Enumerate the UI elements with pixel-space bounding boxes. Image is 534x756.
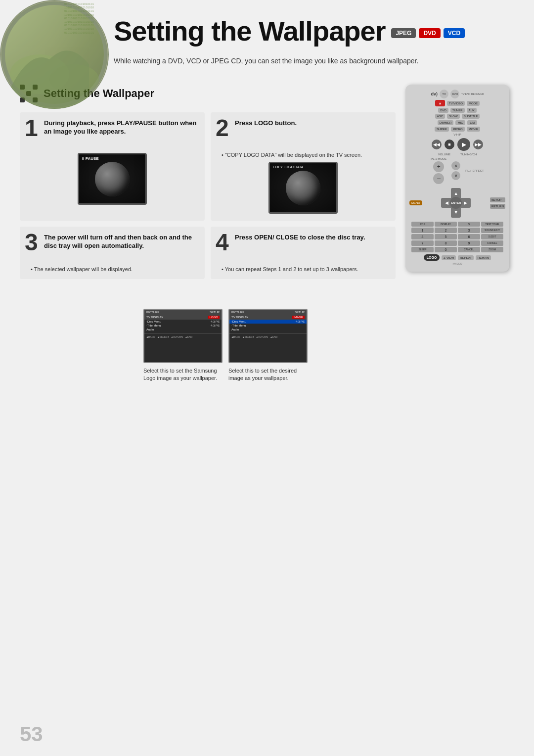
remote-repeat[interactable]: REPEAT <box>458 255 474 260</box>
remote-2[interactable]: 2 <box>435 228 457 233</box>
remote-pl-mode: PL.1 MODE <box>431 157 446 160</box>
remote-tuner[interactable]: TUNER <box>450 108 465 113</box>
remote-asc[interactable]: ASC <box>435 114 445 119</box>
step-1: 1 During playback, press PLAY/PAUSE butt… <box>20 112 205 221</box>
badge-dvd: DVD <box>419 28 440 38</box>
remote-menu-area: MENU ▲ ▼ ◀ ▶ ENTER SETUP RETURN <box>409 186 505 220</box>
remote-8[interactable]: 8 <box>435 240 457 246</box>
step-2-title: Press LOGO button. <box>235 119 389 128</box>
binary-decoration: 0101010101010101011010101010101010100101… <box>64 2 114 35</box>
remote-setup[interactable]: SETUP <box>490 197 505 202</box>
screen1-header-right: SETUP <box>210 311 220 314</box>
remote-vol-down[interactable]: − <box>433 173 444 184</box>
remote-dvd-btn[interactable]: DVD <box>450 90 459 98</box>
screen2-title-menu: ·Title Menu <box>231 324 246 327</box>
remote-logo[interactable]: LOGO <box>424 254 440 261</box>
screen-group-2: PICTURE SETUP TV DISPLAY IMAGE ·Disc Men… <box>228 309 308 382</box>
remote-slow[interactable]: SLOW <box>447 114 460 119</box>
remote-9[interactable]: 9 <box>458 240 480 246</box>
remote-pl-effect: PL.+ EFFECT <box>465 169 484 172</box>
remote-return[interactable]: RETURN <box>490 204 505 209</box>
page-title: Setting the Wallpaper <box>114 15 385 47</box>
remote-vhip-label: V-HIP <box>453 133 461 136</box>
remote-mode[interactable]: MODE <box>467 101 480 106</box>
remote-movie[interactable]: MOVIE <box>467 127 480 132</box>
remote-tv-btn[interactable]: TV <box>440 90 448 98</box>
remote-lm[interactable]: L/M <box>467 120 477 125</box>
remote-dpad: ▲ ▼ ◀ ▶ ENTER <box>441 188 471 218</box>
remote-4[interactable]: 4 <box>411 234 434 239</box>
right-panel: dv) TV DVD TV END RECEIVER ▲ TV/VIDEO MO… <box>405 85 514 289</box>
remote-tvvideo[interactable]: TV/VIDEO <box>447 101 465 106</box>
step-3-bullet: The selected wallpaper will be displayed… <box>27 266 198 272</box>
remote-mic[interactable]: MIC <box>455 120 465 125</box>
screen2-header-right: SETUP <box>295 311 305 314</box>
step-1-screen: II PAUSE <box>78 153 147 205</box>
remote-ch-down[interactable]: ∨ <box>451 171 460 180</box>
screen2-disc-val: 4:3 PS <box>296 320 305 323</box>
remote-top-row: dv) TV DVD TV END RECEIVER <box>409 90 505 98</box>
badge-group: JPEG DVD VCD <box>391 28 465 38</box>
screen2-image-value: IMAGE <box>292 316 305 319</box>
menu-screen-2: PICTURE SETUP TV DISPLAY IMAGE ·Disc Men… <box>228 309 308 363</box>
remote-prev[interactable]: ◀◀ <box>432 140 442 149</box>
badge-vcd: VCD <box>444 28 465 38</box>
remote-stop[interactable]: ■ <box>445 140 454 149</box>
screen1-disc-val: 4:3 PS <box>211 320 220 323</box>
remote-next[interactable]: ▶▶ <box>473 140 483 149</box>
remote-enter[interactable]: ENTER <box>450 197 462 209</box>
remote-dvd-src[interactable]: DVD <box>438 108 448 113</box>
remote-open-close[interactable]: ▲ <box>435 100 445 106</box>
left-panel: Setting the Wallpaper 1 During playback,… <box>20 85 396 289</box>
steps-grid: 1 During playback, press PLAY/PAUSE butt… <box>20 112 396 279</box>
remote-ch-up[interactable]: ∧ <box>451 161 460 170</box>
remote-sleep[interactable]: SLEEP <box>411 247 434 252</box>
remote-volume-label: VOLUME <box>438 153 450 156</box>
remote-subtitle[interactable]: SUBTITLE <box>462 114 480 119</box>
remote-remain[interactable]: REMAIN <box>476 255 491 260</box>
bottom-screens: PICTURE SETUP TV DISPLAY LOGO ·Disc Menu… <box>143 309 308 382</box>
step-1-title: During playback, press PLAY/PAUSE button… <box>44 119 198 136</box>
remote-aux[interactable]: AUX <box>467 108 477 113</box>
remote-5[interactable]: 5 <box>435 234 457 239</box>
bottom-section: PICTURE SETUP TV DISPLAY LOGO ·Disc Menu… <box>0 299 534 392</box>
remote-vol-up[interactable]: + <box>433 161 444 172</box>
remote-menu[interactable]: MENU <box>409 200 422 205</box>
remote-1[interactable]: 1 <box>411 228 434 233</box>
remote-display[interactable]: DISPLAY <box>435 222 457 227</box>
step-2: 2 Press LOGO button. "COPY LOGO DATA" wi… <box>211 112 396 221</box>
remote-tuning-label: TUNING/CH <box>460 153 477 156</box>
remote-s-edit[interactable]: S.EDIT <box>481 234 503 239</box>
remote-sound-edit[interactable]: SOUND EDIT <box>481 228 503 233</box>
remote-3[interactable]: 3 <box>458 228 480 233</box>
remote-test-tone[interactable]: TEST TONE <box>481 222 503 227</box>
screen1-disc-menu: ·Disc Menu <box>146 320 161 323</box>
remote-7[interactable]: 7 <box>411 240 434 246</box>
remote-zview[interactable]: Z-VIEW <box>442 255 456 260</box>
remote-zoom[interactable]: ZOOM <box>481 247 503 252</box>
menu-screen-1: PICTURE SETUP TV DISPLAY LOGO ·Disc Menu… <box>143 309 222 363</box>
remote-receiver-label: TV END RECEIVER <box>461 93 484 96</box>
step-2-bullet: "COPY LOGO DATA" will be displayed on th… <box>218 152 389 158</box>
screen2-header-left: PICTURE <box>231 311 244 314</box>
remote-control: dv) TV DVD TV END RECEIVER ▲ TV/VIDEO MO… <box>405 85 509 272</box>
remote-brand: dv) <box>431 92 438 96</box>
remote-0[interactable]: 0 <box>435 247 457 252</box>
remote-micro[interactable]: MICRO <box>451 127 465 132</box>
step-3-title: The power will turn off and then back on… <box>44 234 198 250</box>
remote-cancel[interactable]: CANCEL <box>481 240 503 246</box>
step-4: 4 Press OPEN/ CLOSE to close the disc tr… <box>211 227 396 279</box>
remote-super[interactable]: SUPER <box>435 127 449 132</box>
remote-rds[interactable]: RDS <box>411 222 434 227</box>
screen1-caption: Select this to set the Samsung Logo imag… <box>143 367 222 382</box>
step-3: 3 The power will turn off and then back … <box>20 227 205 279</box>
remote-6[interactable]: 6 <box>458 234 480 239</box>
remote-dimmer[interactable]: DIMMER <box>438 120 453 125</box>
remote-play[interactable]: ▶ <box>457 138 470 151</box>
remote-numpad: RDS DISPLAY S TEST TONE 1 2 3 SOUND EDIT… <box>411 222 503 252</box>
screen2-caption: Select this to set the desired image as … <box>228 367 308 382</box>
screen1-header-left: PICTURE <box>146 311 159 314</box>
remote-s[interactable]: S <box>458 222 480 227</box>
remote-cancel2[interactable]: CANCEL <box>458 247 480 252</box>
screen1-title-val: 4:3 PS <box>211 324 220 327</box>
